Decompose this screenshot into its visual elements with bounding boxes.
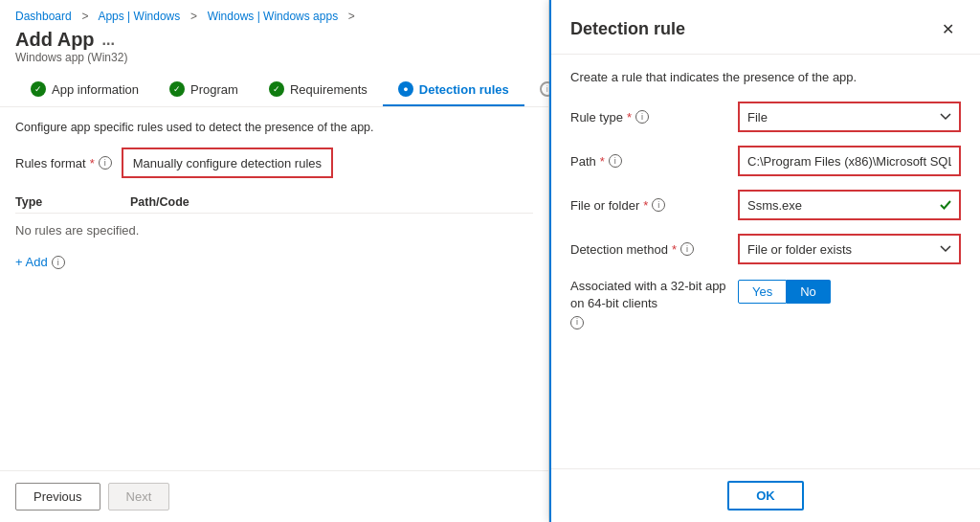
file-folder-info-icon[interactable]: i: [652, 198, 665, 212]
page-subtitle: Windows app (Win32): [0, 51, 548, 74]
no-rules-text: No rules are specified.: [15, 214, 533, 247]
tab-check-icon-requirements: ✓: [269, 81, 284, 97]
panel-body: Create a rule that indicates the presenc…: [551, 55, 980, 468]
detection-rule-panel: Detection rule ✕ Create a rule that indi…: [549, 0, 980, 522]
rules-table: Type Path/Code No rules are specified.: [15, 192, 533, 247]
tab-label-app-information: App information: [52, 82, 139, 97]
file-folder-label: File or folder * i: [570, 198, 738, 213]
tab-detection-rules[interactable]: ● Detection rules: [383, 74, 524, 106]
rules-format-row: Rules format * i Manually configure dete…: [15, 148, 533, 178]
toggle-yes-button[interactable]: Yes: [738, 280, 787, 304]
tab-app-information[interactable]: ✓ App information: [15, 74, 154, 106]
left-panel: Dashboard > Apps | Windows > Windows | W…: [0, 0, 549, 522]
toggle-no-button[interactable]: No: [787, 280, 831, 304]
add-link-text: + Add: [15, 255, 48, 269]
breadcrumb: Dashboard > Apps | Windows > Windows | W…: [0, 0, 548, 27]
tab-circle-icon-detection-rules: ●: [398, 81, 413, 97]
breadcrumb-apps-windows[interactable]: Apps | Windows: [98, 10, 180, 23]
file-folder-row: File or folder * i: [570, 190, 961, 220]
file-folder-label-text: File or folder: [570, 198, 639, 213]
rules-format-label: Rules format * i: [15, 156, 112, 170]
panel-title: Detection rule: [570, 19, 685, 39]
path-label: Path * i: [570, 154, 738, 169]
next-button: Next: [108, 483, 170, 511]
path-required: *: [600, 154, 605, 169]
add-link[interactable]: + Add i: [15, 255, 533, 269]
rule-type-label: Rule type * i: [570, 110, 738, 125]
rule-type-label-text: Rule type: [570, 110, 623, 125]
previous-button[interactable]: Previous: [15, 483, 100, 511]
associated-32bit-row: Associated with a 32-bit app on 64-bit c…: [570, 278, 961, 330]
tab-requirements[interactable]: ✓ Requirements: [254, 74, 383, 106]
tab-program[interactable]: ✓ Program: [154, 74, 254, 106]
file-folder-required: *: [643, 198, 648, 213]
rules-format-info-icon[interactable]: i: [99, 156, 112, 170]
path-input[interactable]: [738, 146, 961, 176]
detection-method-label-text: Detection method: [570, 242, 668, 257]
breadcrumb-sep1: >: [78, 10, 92, 23]
page-ellipsis[interactable]: ...: [102, 32, 115, 49]
left-footer: Previous Next: [0, 470, 548, 522]
rule-type-required: *: [627, 110, 632, 125]
panel-footer: OK: [551, 468, 980, 522]
detection-method-select[interactable]: File or folder exists: [738, 234, 961, 264]
path-row: Path * i: [570, 146, 961, 176]
file-folder-input[interactable]: [738, 190, 961, 220]
ok-button[interactable]: OK: [727, 481, 804, 511]
rules-format-required: *: [90, 156, 95, 170]
breadcrumb-sep3: >: [345, 10, 358, 23]
col-path-code: Path/Code: [130, 195, 533, 209]
rules-format-label-text: Rules format: [15, 156, 86, 170]
page-title-row: Add App ...: [0, 27, 548, 51]
rule-type-row: Rule type * i File: [570, 102, 961, 132]
panel-description: Create a rule that indicates the presenc…: [570, 70, 961, 84]
col-type: Type: [15, 195, 130, 209]
left-content: Configure app specific rules used to det…: [0, 107, 548, 470]
tab-check-icon-program: ✓: [169, 81, 185, 97]
associated-32bit-info-icon[interactable]: i: [570, 316, 584, 329]
tabs-bar: ✓ App information ✓ Program ✓ Requiremen…: [0, 74, 548, 107]
breadcrumb-sep2: >: [188, 10, 201, 23]
rules-format-value-text: Manually configure detection rules: [133, 156, 322, 170]
tab-check-icon-app-information: ✓: [31, 81, 46, 97]
rules-format-value[interactable]: Manually configure detection rules: [122, 148, 333, 178]
page-title: Add App: [15, 29, 95, 51]
associated-32bit-toggle: Yes No: [738, 278, 831, 305]
detection-method-required: *: [672, 242, 677, 257]
detection-method-info-icon[interactable]: i: [680, 242, 694, 256]
description-text: Configure app specific rules used to det…: [15, 121, 533, 134]
associated-32bit-label-line1: Associated with a 32-bit app on 64-bit c…: [570, 278, 738, 312]
close-button[interactable]: ✕: [934, 15, 961, 42]
associated-32bit-label: Associated with a 32-bit app on 64-bit c…: [570, 278, 738, 330]
panel-header: Detection rule ✕: [551, 0, 980, 55]
tab-label-detection-rules: Detection rules: [419, 82, 509, 97]
breadcrumb-windows-apps[interactable]: Windows | Windows apps: [208, 10, 339, 23]
rule-type-info-icon[interactable]: i: [635, 110, 649, 124]
detection-method-row: Detection method * i File or folder exis…: [570, 234, 961, 264]
tab-label-program: Program: [190, 82, 238, 97]
path-info-icon[interactable]: i: [609, 154, 622, 168]
detection-method-label: Detection method * i: [570, 242, 738, 257]
path-label-text: Path: [570, 154, 596, 169]
breadcrumb-dashboard[interactable]: Dashboard: [15, 10, 72, 23]
tab-label-requirements: Requirements: [290, 82, 368, 97]
table-header: Type Path/Code: [15, 192, 533, 214]
rule-type-select[interactable]: File: [738, 102, 961, 132]
add-info-icon[interactable]: i: [52, 256, 65, 269]
